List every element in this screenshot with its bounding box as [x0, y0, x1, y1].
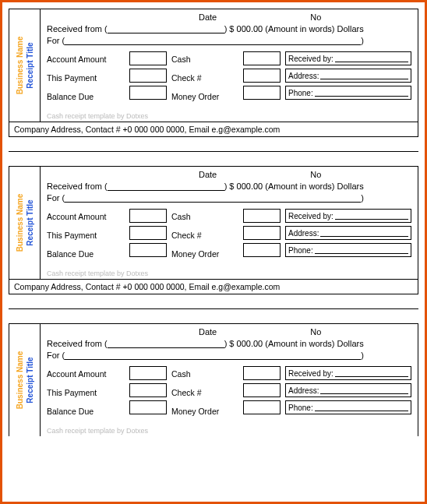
check-label: Check #: [171, 385, 238, 400]
address-box[interactable]: Address:: [285, 226, 411, 240]
separator: [9, 308, 418, 309]
receipt-1: Business Name Receipt Title Date No Rece…: [9, 9, 418, 137]
cash-box[interactable]: [243, 51, 281, 65]
amount-suffix: ) $ 000.00 (Amount in words) Dollars: [224, 24, 364, 33]
date-label: Date: [199, 12, 217, 22]
money-order-label: Money Order: [171, 404, 238, 419]
this-payment-box[interactable]: [129, 383, 167, 397]
balance-due-box[interactable]: [129, 400, 167, 414]
balance-due-label: Balance Due: [47, 246, 125, 262]
amount-suffix: ) $ 000.00 (Amount in words) Dollars: [224, 182, 364, 191]
received-by-box[interactable]: Received by:: [285, 209, 411, 223]
account-amount-box[interactable]: [129, 51, 167, 65]
cash-box[interactable]: [243, 366, 281, 380]
balance-due-label: Balance Due: [47, 89, 125, 104]
business-name: Business Name: [15, 351, 25, 409]
balance-due-box[interactable]: [129, 86, 167, 100]
this-payment-box[interactable]: [129, 226, 167, 240]
cash-label: Cash: [171, 51, 238, 67]
cash-label: Cash: [171, 366, 238, 382]
amount-suffix: ) $ 000.00 (Amount in words) Dollars: [224, 339, 364, 348]
address-box[interactable]: Address:: [285, 383, 411, 397]
footer-text: Company Address, Contact # +0 000 000 00…: [9, 122, 418, 136]
check-label: Check #: [171, 70, 238, 86]
phone-box[interactable]: Phone:: [285, 400, 411, 414]
this-payment-label: This Payment: [47, 385, 125, 400]
for-line[interactable]: [65, 37, 361, 45]
account-amount-box[interactable]: [129, 366, 167, 380]
account-amount-label: Account Amount: [47, 51, 125, 67]
side-label: Business Name Receipt Title: [9, 9, 41, 122]
money-order-box[interactable]: [243, 86, 281, 100]
account-amount-box[interactable]: [129, 209, 167, 223]
for-label: For (: [47, 36, 65, 45]
receipt-3: Business Name Receipt Title Date No Rece…: [9, 323, 418, 436]
this-payment-label: This Payment: [47, 70, 125, 86]
receipt-title: Receipt Title: [25, 351, 35, 409]
received-by-box[interactable]: Received by:: [285, 51, 411, 65]
footer-text: Company Address, Contact # +0 000 000 00…: [9, 279, 418, 294]
received-from-line[interactable]: [108, 182, 224, 191]
received-by-box[interactable]: Received by:: [285, 366, 411, 380]
received-from-line[interactable]: [108, 25, 224, 33]
receipt-title: Receipt Title: [25, 37, 35, 94]
credit-text: Cash receipt template by Dotxes: [47, 112, 411, 120]
for-line[interactable]: [65, 194, 361, 203]
check-box[interactable]: [243, 226, 281, 240]
receipt-title: Receipt Title: [25, 194, 35, 252]
check-box[interactable]: [243, 69, 281, 83]
money-order-box[interactable]: [243, 243, 281, 257]
cash-label: Cash: [171, 209, 238, 224]
received-from-label: Received from (: [47, 24, 108, 33]
money-order-label: Money Order: [171, 89, 238, 104]
no-label: No: [310, 12, 321, 22]
no-label: No: [310, 170, 321, 179]
received-from-line[interactable]: [108, 340, 224, 348]
receipt-2: Business Name Receipt Title Date No Rece…: [9, 166, 418, 294]
received-from-label: Received from (: [47, 182, 108, 191]
business-name: Business Name: [15, 194, 25, 252]
this-payment-label: This Payment: [47, 227, 125, 243]
for-line[interactable]: [65, 351, 361, 360]
side-label: Business Name Receipt Title: [9, 324, 41, 436]
separator: [9, 151, 418, 152]
no-label: No: [310, 327, 321, 337]
account-amount-label: Account Amount: [47, 366, 125, 382]
for-label: For (: [47, 193, 65, 203]
for-label: For (: [47, 351, 65, 360]
side-label: Business Name Receipt Title: [9, 167, 41, 279]
phone-box[interactable]: Phone:: [285, 86, 411, 100]
date-label: Date: [199, 327, 217, 337]
cash-box[interactable]: [243, 209, 281, 223]
balance-due-box[interactable]: [129, 243, 167, 257]
balance-due-label: Balance Due: [47, 404, 125, 419]
this-payment-box[interactable]: [129, 69, 167, 83]
date-label: Date: [199, 170, 217, 179]
check-label: Check #: [171, 227, 238, 243]
address-box[interactable]: Address:: [285, 69, 411, 83]
check-box[interactable]: [243, 383, 281, 397]
account-amount-label: Account Amount: [47, 209, 125, 224]
money-order-box[interactable]: [243, 400, 281, 414]
money-order-label: Money Order: [171, 246, 238, 262]
received-from-label: Received from (: [47, 339, 108, 348]
credit-text: Cash receipt template by Dotxes: [47, 427, 411, 435]
credit-text: Cash receipt template by Dotxes: [47, 270, 411, 277]
phone-box[interactable]: Phone:: [285, 243, 411, 257]
business-name: Business Name: [15, 37, 25, 94]
